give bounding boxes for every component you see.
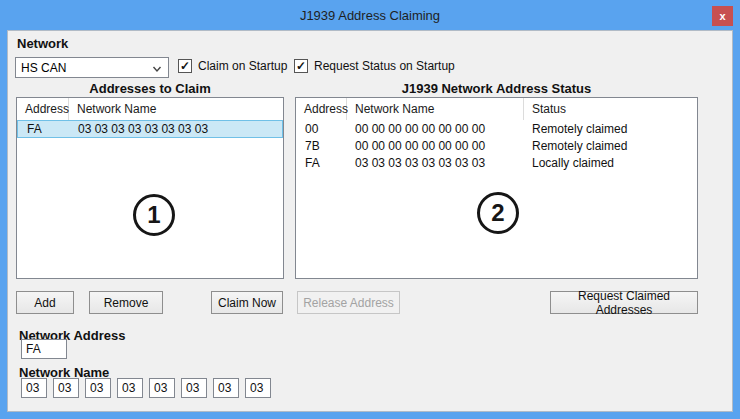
- network-name-byte-input[interactable]: [181, 378, 207, 398]
- titlebar[interactable]: J1939 Address Claiming: [0, 0, 740, 30]
- status-row-address: FA: [296, 156, 347, 170]
- network-address-input[interactable]: [21, 339, 67, 359]
- remove-button[interactable]: Remove: [89, 291, 163, 314]
- request-status-on-startup-checkbox[interactable]: ✓ Request Status on Startup: [294, 58, 455, 74]
- network-dropdown-value: HS CAN: [21, 61, 66, 75]
- column-header-status[interactable]: Status: [524, 98, 697, 120]
- close-button[interactable]: x: [712, 6, 733, 26]
- claim-on-startup-checkbox[interactable]: ✓ Claim on Startup: [178, 58, 287, 74]
- claim-row-address: FA: [18, 122, 70, 136]
- column-header-address[interactable]: Address: [296, 98, 347, 120]
- network-name-byte-input[interactable]: [117, 378, 143, 398]
- status-list-header: Address Network Name Status: [296, 98, 697, 120]
- status-row-network-name: 03 03 03 03 03 03 03 03: [347, 156, 524, 170]
- network-name-byte-input[interactable]: [213, 378, 239, 398]
- status-list-title: J1939 Network Address Status: [295, 81, 698, 96]
- annotation-circle-1: 1: [133, 194, 175, 236]
- status-row-address: 00: [296, 122, 347, 136]
- dialog-window: J1939 Address Claiming x Network HS CAN …: [0, 0, 740, 419]
- status-row-status: Remotely claimed: [524, 139, 697, 153]
- network-name-byte-input[interactable]: [245, 378, 271, 398]
- window-title: J1939 Address Claiming: [300, 8, 440, 23]
- chevron-down-icon: [152, 63, 162, 73]
- network-name-byte-input[interactable]: [21, 378, 47, 398]
- close-icon: x: [719, 10, 725, 22]
- annotation-number: 1: [147, 201, 160, 229]
- annotation-circle-2: 2: [477, 192, 519, 234]
- column-header-network-name[interactable]: Network Name: [69, 98, 283, 120]
- column-header-address[interactable]: Address: [17, 98, 69, 120]
- request-claimed-addresses-button[interactable]: Request Claimed Addresses: [550, 291, 698, 314]
- network-name-byte-inputs: [21, 378, 271, 398]
- status-row-status: Remotely claimed: [524, 122, 697, 136]
- add-button[interactable]: Add: [16, 291, 74, 314]
- claim-on-startup-label: Claim on Startup: [198, 59, 287, 73]
- status-row-status: Locally claimed: [524, 156, 697, 170]
- release-address-button[interactable]: Release Address: [297, 291, 400, 314]
- network-label: Network: [17, 36, 68, 51]
- network-dropdown[interactable]: HS CAN: [15, 57, 169, 78]
- claim-row-network-name: 03 03 03 03 03 03 03 03: [70, 122, 282, 136]
- status-list-row[interactable]: 7B 00 00 00 00 00 00 00 00 Remotely clai…: [296, 137, 697, 154]
- claim-list[interactable]: Address Network Name FA 03 03 03 03 03 0…: [16, 97, 284, 279]
- claim-list-header: Address Network Name: [17, 98, 283, 120]
- status-row-address: 7B: [296, 139, 347, 153]
- checkbox-check-icon: ✓: [178, 59, 192, 73]
- status-list-row[interactable]: FA 03 03 03 03 03 03 03 03 Locally claim…: [296, 154, 697, 171]
- request-status-on-startup-label: Request Status on Startup: [314, 59, 455, 73]
- status-list-row[interactable]: 00 00 00 00 00 00 00 00 00 Remotely clai…: [296, 120, 697, 137]
- network-name-byte-input[interactable]: [149, 378, 175, 398]
- claim-list-row[interactable]: FA 03 03 03 03 03 03 03 03: [17, 120, 283, 138]
- checkbox-check-icon: ✓: [294, 59, 308, 73]
- claim-now-button[interactable]: Claim Now: [211, 291, 283, 314]
- annotation-number: 2: [491, 199, 504, 227]
- status-row-network-name: 00 00 00 00 00 00 00 00: [347, 122, 524, 136]
- network-name-byte-input[interactable]: [85, 378, 111, 398]
- status-list[interactable]: Address Network Name Status 00 00 00 00 …: [295, 97, 698, 279]
- status-row-network-name: 00 00 00 00 00 00 00 00: [347, 139, 524, 153]
- dialog-content: Network HS CAN ✓ Claim on Startup ✓ Requ…: [7, 30, 733, 412]
- column-header-network-name[interactable]: Network Name: [347, 98, 524, 120]
- claim-list-title: Addresses to Claim: [16, 81, 284, 96]
- network-name-byte-input[interactable]: [53, 378, 79, 398]
